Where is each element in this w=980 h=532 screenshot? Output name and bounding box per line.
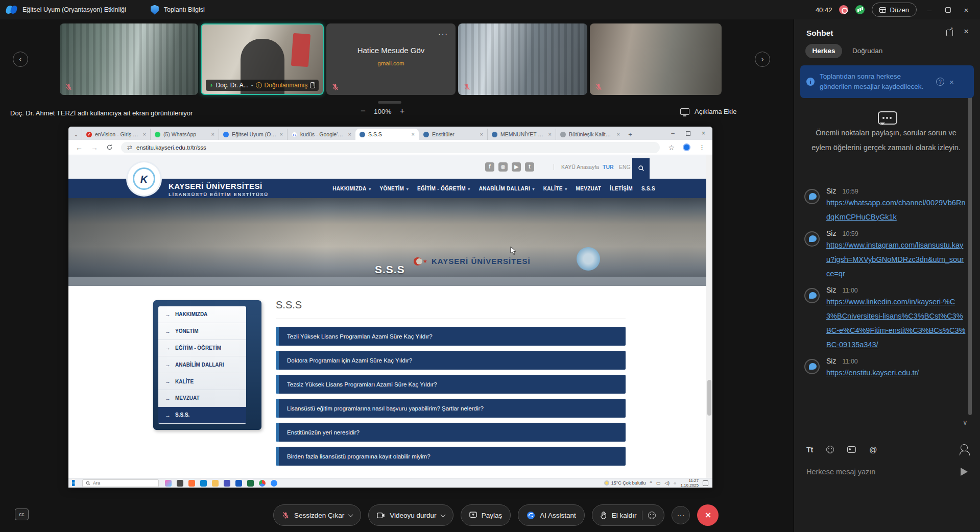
leave-meeting-button[interactable]: ×: [697, 504, 719, 526]
ai-assistant-button[interactable]: AI Assistant: [518, 504, 585, 526]
sidebar-item[interactable]: →KALİTE: [158, 373, 246, 390]
browser-tab[interactable]: MEMNUNİYET YÖNETİM×: [487, 129, 556, 140]
browser-scrollbar[interactable]: [706, 155, 712, 478]
raise-hand-button[interactable]: El kaldır: [592, 504, 665, 526]
mention-button[interactable]: @: [869, 445, 877, 454]
display-tray-icon[interactable]: ▭: [656, 480, 661, 486]
site-nav-item[interactable]: MEVZUAT: [576, 186, 602, 191]
site-nav-item[interactable]: ANABİLİM DALLARI ▾: [479, 186, 535, 191]
unmute-button[interactable]: Sessizden Çıkar: [273, 504, 361, 526]
browser-tab[interactable]: ✓enVision - Giriş Sayfası×: [82, 129, 150, 140]
share-button[interactable]: Paylaş: [461, 504, 511, 526]
sidebar-item[interactable]: →ANABİLİM DALLARI: [158, 356, 246, 373]
sidebar-item[interactable]: →YÖNETİM: [158, 323, 246, 340]
browser-tab[interactable]: Enstitüler×: [419, 129, 487, 140]
popout-icon[interactable]: [946, 30, 953, 36]
layout-button[interactable]: Düzen: [872, 3, 917, 17]
tab-close-icon[interactable]: ×: [617, 131, 620, 137]
tile-more-button[interactable]: ···: [438, 30, 448, 38]
taskview-taskbar-icon[interactable]: [177, 480, 183, 487]
participant-video-4[interactable]: [458, 23, 587, 95]
excel-taskbar-icon[interactable]: [247, 480, 254, 487]
forward-button[interactable]: →: [91, 143, 98, 152]
weather-widget[interactable]: 15°C Çok bulutlu: [604, 480, 646, 486]
filmstrip-next-button[interactable]: ›: [755, 52, 770, 67]
add-person-icon[interactable]: [961, 444, 968, 451]
participant-video-active-speaker[interactable]: Doç. Dr. A... • ! Doğrulanmamış: [201, 23, 324, 95]
firefox-taskbar-icon[interactable]: [188, 480, 195, 487]
chat-tab-everyone[interactable]: Herkes: [805, 44, 842, 58]
browser-minimize-button[interactable]: –: [671, 130, 675, 137]
captions-button[interactable]: cc: [15, 509, 29, 520]
tab-search-button[interactable]: ⌄: [70, 130, 82, 140]
chat-tab-direct[interactable]: Doğrudan: [852, 47, 882, 55]
faq-item[interactable]: Tezli Yüksek Lisans Programları Azami Sü…: [276, 327, 626, 346]
volume-tray-icon[interactable]: ◁): [664, 480, 670, 486]
browser-restore-button[interactable]: [686, 131, 690, 136]
bookmark-star-icon[interactable]: ☆: [668, 143, 675, 152]
tab-close-icon[interactable]: ×: [211, 131, 214, 137]
browser-tab[interactable]: Eğitsel Uyum (Oryantasyo×: [219, 129, 287, 140]
message-link[interactable]: https://whatsapp.com/channel/0029Vb6Rndq…: [826, 196, 966, 224]
zoom-in-button[interactable]: +: [399, 106, 404, 116]
zoom-taskbar-icon[interactable]: [271, 480, 277, 487]
site-nav-item[interactable]: KALİTE ▾: [543, 186, 567, 191]
stop-video-button[interactable]: Videoyu durdur: [368, 504, 453, 526]
message-link[interactable]: https://www.linkedin.com/in/kayseri-%C3%…: [826, 295, 966, 352]
monitor-icon[interactable]: [680, 108, 689, 115]
notification-center-icon[interactable]: [703, 480, 708, 486]
reactions-smiley-icon[interactable]: [648, 512, 656, 519]
close-button[interactable]: ×: [961, 6, 972, 14]
connection-quality-icon[interactable]: [855, 5, 865, 14]
banner-close-icon[interactable]: ×: [949, 78, 954, 86]
edge-taskbar-icon[interactable]: [200, 480, 207, 487]
browser-tab[interactable]: (5) WhatsApp×: [150, 129, 219, 140]
tab-close-icon[interactable]: ×: [412, 131, 415, 137]
new-tab-button[interactable]: +: [624, 130, 636, 140]
chat-close-icon[interactable]: ×: [964, 27, 969, 37]
taskbar-search[interactable]: Ara: [82, 479, 159, 487]
chat-message-input[interactable]: Herkese mesaj yazın: [806, 468, 875, 476]
text-format-button[interactable]: Tt: [806, 446, 813, 454]
tray-expand-icon[interactable]: ^: [650, 480, 652, 486]
tab-close-icon[interactable]: ×: [480, 131, 483, 137]
windows-start-icon[interactable]: [72, 480, 78, 486]
participant-video-5[interactable]: [590, 23, 722, 95]
message-link[interactable]: https://enstitu.kayseri.edu.tr/: [826, 366, 966, 380]
site-nav-item[interactable]: S.S.S: [641, 186, 655, 191]
folder-taskbar-icon[interactable]: [212, 480, 219, 487]
zoom-out-button[interactable]: −: [361, 106, 366, 116]
browser-tab[interactable]: Bütünleşik Kalite Yönetim×: [556, 129, 624, 140]
annotate-button[interactable]: Açıklama Ekle: [695, 108, 736, 115]
profile-avatar[interactable]: [683, 143, 690, 151]
lang-tur[interactable]: TUR: [603, 164, 614, 170]
filmstrip-prev-button[interactable]: ‹: [13, 52, 28, 67]
chrome-taskbar-icon[interactable]: [259, 480, 266, 487]
sidebar-item[interactable]: →HAKKIMIZDA: [158, 306, 246, 323]
faq-item[interactable]: Enstitünüzün yeri neresidir?: [276, 423, 626, 442]
kayu-home-link[interactable]: KAYÜ Anasayfa: [554, 164, 599, 170]
browser-tab[interactable]: S.S.S×: [355, 129, 419, 140]
sidebar-item[interactable]: →S.S.S.: [158, 407, 246, 424]
faq-item[interactable]: Birden fazla lisansüstü programına kayıt…: [276, 447, 626, 466]
participant-video-hatice[interactable]: ··· Hatice Mesude Göv gmail.com: [326, 23, 456, 95]
lang-eng[interactable]: ENG: [619, 164, 631, 170]
message-link[interactable]: https://www.instagram.com/lisansustu.kay…: [826, 238, 966, 281]
minimize-button[interactable]: –: [924, 6, 935, 14]
scroll-down-chevron[interactable]: ∨: [963, 419, 968, 426]
site-nav-item[interactable]: EĞİTİM - ÖĞRETİM ▾: [417, 186, 470, 191]
site-nav-item[interactable]: İLETİŞİM: [610, 186, 633, 191]
tab-close-icon[interactable]: ×: [548, 131, 552, 137]
sidebar-item[interactable]: →EĞİTİM - ÖĞRETİM: [158, 340, 246, 357]
more-options-button[interactable]: ···: [672, 506, 690, 524]
site-nav-item[interactable]: HAKKIMIZDA ▾: [332, 186, 371, 191]
send-message-icon[interactable]: [961, 468, 972, 476]
browser-close-button[interactable]: ×: [702, 130, 705, 137]
emoji-button[interactable]: [826, 446, 834, 453]
site-info-icon[interactable]: ⇄: [127, 144, 132, 151]
tab-close-icon[interactable]: ×: [348, 131, 351, 137]
gif-button[interactable]: [847, 446, 856, 453]
back-button[interactable]: ←: [76, 143, 83, 152]
address-bar[interactable]: ⇄ enstitu.kayseri.edu.tr/tr/sss: [121, 142, 660, 153]
chevron-down-icon[interactable]: [348, 512, 353, 517]
